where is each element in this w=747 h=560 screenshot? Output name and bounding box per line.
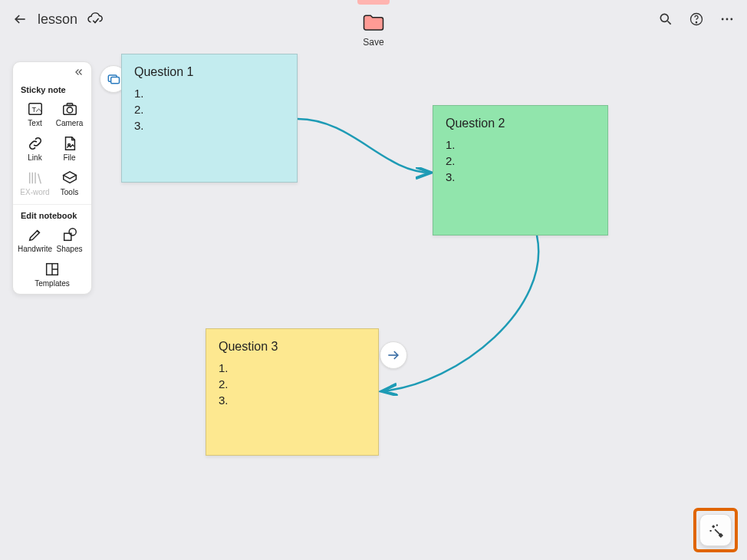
note2-line3: 3. [446, 169, 595, 185]
note-question-3[interactable]: Question 3 1. 2. 3. [206, 328, 379, 456]
note3-line2: 2. [219, 376, 366, 392]
magic-wand-button[interactable] [699, 514, 732, 546]
note3-line3: 3. [219, 392, 366, 408]
note1-line1: 1. [134, 85, 285, 101]
note1-line3: 3. [134, 117, 285, 133]
note2-line1: 1. [446, 137, 595, 153]
note3-title: Question 3 [219, 340, 366, 354]
note3-line1: 1. [219, 360, 366, 376]
note-question-1[interactable]: Question 1 1. 2. 3. [121, 54, 298, 183]
magic-wand-icon [707, 522, 724, 539]
magic-wand-highlight [693, 508, 738, 552]
note2-line2: 2. [446, 153, 595, 169]
note1-line2: 2. [134, 101, 285, 117]
note2-title: Question 2 [446, 117, 595, 130]
note1-title: Question 1 [134, 65, 285, 79]
note-question-2[interactable]: Question 2 1. 2. 3. [433, 105, 608, 236]
svg-rect-20 [111, 77, 120, 84]
canvas[interactable]: Question 1 1. 2. 3. Question 2 1. 2. 3. … [0, 0, 747, 560]
note3-handle-arrow-icon[interactable] [380, 341, 407, 369]
